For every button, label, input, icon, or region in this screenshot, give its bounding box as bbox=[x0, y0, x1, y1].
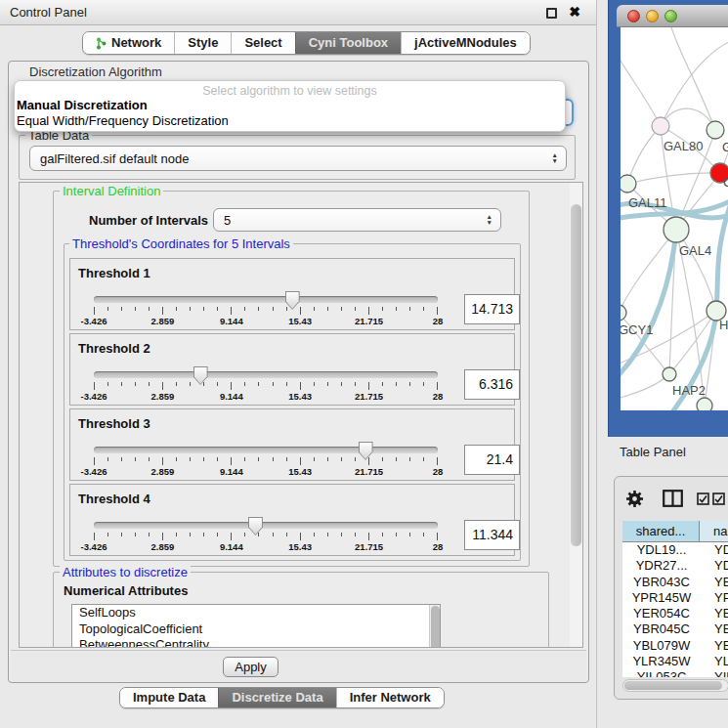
threshold-slider-track[interactable] bbox=[94, 447, 438, 453]
threshold-value-field[interactable]: 14.713 bbox=[464, 294, 520, 324]
network-view-window: GAL80GACGAL11GAL4GCY1HHAP2 bbox=[608, 0, 728, 437]
tick-label: 21.715 bbox=[355, 466, 383, 477]
popup-option-equal-width-frequency[interactable]: Equal Width/Frequency Discretization bbox=[15, 113, 565, 129]
numerical-attributes-list[interactable]: SelfLoopsTopologicalCoefficientBetweenne… bbox=[71, 604, 441, 648]
combo-arrows-icon: ▲▼ bbox=[552, 152, 558, 164]
network-edge bbox=[621, 45, 661, 126]
minor-tick bbox=[135, 307, 136, 311]
minor-tick bbox=[273, 382, 274, 386]
attribute-list-item[interactable]: SelfLoops bbox=[72, 605, 440, 621]
scrollbar-thumb[interactable] bbox=[571, 204, 581, 546]
table-row[interactable]: YBL079WYBL0 bbox=[622, 638, 728, 654]
tick-label: 2.859 bbox=[151, 391, 175, 402]
network-node[interactable] bbox=[707, 121, 724, 139]
network-node[interactable] bbox=[652, 117, 669, 135]
network-node[interactable] bbox=[664, 217, 689, 242]
minor-tick bbox=[273, 457, 274, 461]
minor-tick bbox=[149, 382, 150, 386]
table-row[interactable]: YER054CYER0 bbox=[622, 606, 728, 621]
attributes-list-scrollbar[interactable] bbox=[429, 605, 440, 648]
threshold-slider-track[interactable] bbox=[94, 296, 438, 303]
tab-jactivemnodules[interactable]: jActiveMNodules bbox=[401, 32, 530, 54]
scrollbar-thumb[interactable] bbox=[431, 606, 440, 648]
minor-tick bbox=[382, 457, 383, 461]
network-graph: GAL80GACGAL11GAL4GCY1HHAP2 bbox=[621, 27, 728, 410]
close-traffic-light-icon[interactable] bbox=[627, 10, 640, 22]
cell-name: YIL0 bbox=[701, 669, 728, 677]
network-node[interactable] bbox=[697, 398, 712, 410]
table-row[interactable]: YDR27...YDR2 bbox=[622, 558, 728, 574]
apply-button[interactable]: Apply bbox=[223, 657, 278, 677]
tab-network[interactable]: Network bbox=[83, 32, 174, 54]
tick-label: 15.43 bbox=[288, 541, 312, 552]
tab-discretize-data[interactable]: Discretize Data bbox=[218, 688, 335, 707]
popup-option-manual-discretization[interactable]: Manual Discretization bbox=[15, 98, 565, 113]
panel-title: Control Panel bbox=[10, 0, 87, 25]
control-panel-titlebar: Control Panel ✖ bbox=[0, 0, 596, 25]
threshold-slider-track[interactable] bbox=[94, 522, 438, 529]
minor-tick bbox=[423, 307, 424, 311]
major-tick bbox=[94, 533, 95, 540]
node-label: H bbox=[719, 318, 728, 332]
threshold-value-field[interactable]: 6.316 bbox=[464, 369, 520, 400]
attribute-list-item[interactable]: BetweennessCentrality bbox=[72, 637, 440, 648]
table-data-group: Table Data galFiltered.sif default node … bbox=[19, 135, 576, 180]
checkbox-icon[interactable] bbox=[712, 492, 725, 505]
table-hscrollbar[interactable] bbox=[622, 679, 728, 692]
network-canvas[interactable]: GAL80GACGAL11GAL4GCY1HHAP2 bbox=[621, 27, 728, 410]
table-row[interactable]: YLR345WYLR3 bbox=[622, 654, 728, 669]
major-tick bbox=[300, 307, 301, 315]
thresholds-group-label: Threshold's Coordinates for 5 Intervals bbox=[69, 236, 293, 251]
network-node[interactable] bbox=[663, 367, 676, 381]
table-row[interactable]: YDL19...YDL1 bbox=[622, 542, 728, 558]
algorithm-dropdown-popup: Select algorithm to view settings Manual… bbox=[14, 80, 566, 132]
threshold-value-field[interactable]: 21.4 bbox=[464, 445, 520, 475]
tab-cyni-toolbox[interactable]: Cyni Toolbox bbox=[295, 32, 401, 54]
float-window-icon[interactable] bbox=[546, 8, 557, 19]
tab-style[interactable]: Style bbox=[174, 32, 231, 54]
network-window-titlebar bbox=[617, 5, 728, 27]
close-icon[interactable]: ✖ bbox=[569, 4, 580, 20]
minor-tick bbox=[107, 307, 108, 311]
node-label: GA bbox=[722, 140, 728, 154]
table-data-combobox[interactable]: galFiltered.sif default node ▲▼ bbox=[29, 146, 567, 171]
minor-tick bbox=[258, 307, 259, 311]
table-row[interactable]: YBR043CYBR0 bbox=[622, 575, 728, 590]
minor-tick bbox=[273, 533, 274, 536]
tick-label: 2.859 bbox=[151, 466, 175, 477]
zoom-traffic-light-icon[interactable] bbox=[664, 10, 677, 22]
network-node[interactable] bbox=[621, 305, 626, 321]
num-intervals-combobox[interactable]: 5 ▲▼ bbox=[213, 208, 501, 232]
tab-label: jActiveMNodules bbox=[414, 32, 517, 54]
threshold-slider-track[interactable] bbox=[94, 371, 438, 378]
minor-tick bbox=[355, 533, 356, 536]
attribute-list-item[interactable]: TopologicalCoefficient bbox=[72, 621, 440, 638]
tab-impute-data[interactable]: Impute Data bbox=[120, 688, 218, 707]
minimize-traffic-light-icon[interactable] bbox=[646, 10, 659, 22]
gear-icon[interactable] bbox=[625, 490, 644, 508]
slider-tick-labels: -3.4262.8599.14415.4321.71528 bbox=[94, 316, 438, 326]
column-header-name[interactable]: name bbox=[700, 521, 728, 541]
tick-label: 15.43 bbox=[288, 391, 312, 402]
network-node[interactable] bbox=[621, 175, 636, 193]
cell-shared-name: YBR045C bbox=[622, 621, 701, 637]
attributes-group: Attributes to discretize Numerical Attri… bbox=[53, 572, 549, 648]
minor-tick bbox=[203, 382, 204, 386]
table-row[interactable]: YBR045CYBR0 bbox=[622, 621, 728, 637]
tick-label: -3.426 bbox=[81, 466, 107, 477]
tab-infer-network[interactable]: Infer Network bbox=[336, 688, 444, 707]
checkbox-icon[interactable] bbox=[697, 492, 709, 505]
major-tick bbox=[437, 382, 438, 390]
cell-shared-name: YPR145W bbox=[622, 590, 701, 606]
settings-scrollbar[interactable] bbox=[570, 183, 582, 647]
tab-select[interactable]: Select bbox=[231, 32, 294, 54]
slider-ticks bbox=[94, 307, 438, 316]
column-header-shared-name[interactable]: shared... bbox=[622, 521, 700, 541]
scrollbar-thumb[interactable] bbox=[624, 681, 722, 690]
threshold-value-field[interactable]: 11.344 bbox=[464, 520, 520, 550]
tab-label: Style bbox=[188, 32, 218, 54]
split-columns-icon[interactable] bbox=[663, 490, 683, 507]
table-row[interactable]: YPR145WYPR1 bbox=[622, 590, 728, 606]
node-label: GAL11 bbox=[628, 195, 667, 210]
table-row[interactable]: YIL053CYIL0 bbox=[622, 669, 728, 677]
